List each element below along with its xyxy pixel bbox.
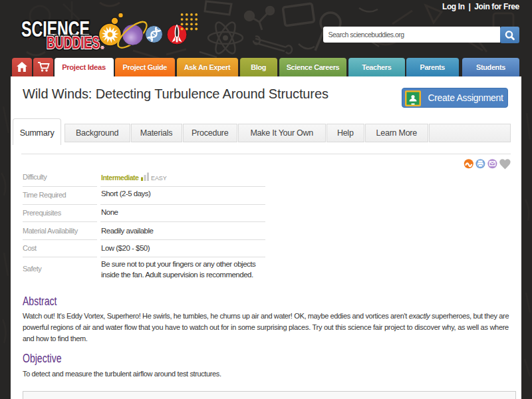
svg-text:R: R bbox=[101, 46, 104, 50]
svg-text:BUDDIES: BUDDIES bbox=[47, 33, 100, 53]
